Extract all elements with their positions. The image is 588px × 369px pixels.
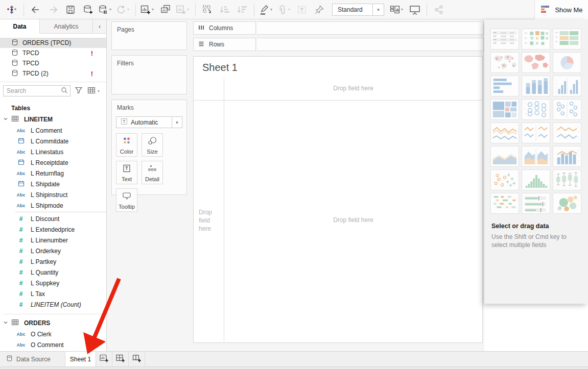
pages-card[interactable]: Pages bbox=[111, 21, 187, 50]
field-item[interactable]: AbcL Returnflag bbox=[0, 168, 106, 179]
show-me-chart-dual-combination[interactable] bbox=[553, 146, 581, 167]
clear-sheet-button[interactable]: ▾ bbox=[175, 2, 191, 17]
show-me-chart-filled-map[interactable] bbox=[522, 52, 550, 73]
field-item[interactable]: #L Quantity bbox=[0, 267, 106, 278]
field-item[interactable]: AbcO Comment bbox=[0, 339, 106, 350]
show-me-chart-continuous-area[interactable] bbox=[490, 146, 519, 167]
show-me-chart-discrete-area[interactable] bbox=[522, 146, 550, 167]
table-group-header[interactable]: ORDERS bbox=[0, 317, 106, 329]
new-datasource-button[interactable] bbox=[80, 2, 96, 17]
show-me-chart-symbol-map[interactable] bbox=[490, 52, 519, 73]
save-button[interactable] bbox=[63, 2, 78, 17]
show-me-chart-text-table[interactable] bbox=[490, 29, 519, 50]
color-button[interactable]: Color bbox=[116, 133, 137, 157]
field-item[interactable]: #L Discount bbox=[0, 213, 106, 224]
field-item[interactable]: L Commitdate bbox=[0, 136, 106, 146]
field-item[interactable]: #L Partkey bbox=[0, 256, 106, 267]
drop-zone-columns[interactable]: Drop field here bbox=[224, 85, 482, 92]
show-me-chart-scatter-plot[interactable] bbox=[490, 169, 519, 190]
fix-axes-button[interactable] bbox=[312, 2, 327, 17]
drop-zone-rows[interactable]: Drop field here bbox=[199, 208, 221, 233]
refresh-button[interactable]: ▾ bbox=[115, 2, 131, 17]
chevron-down-icon[interactable] bbox=[3, 116, 8, 123]
show-me-chart-heat-map[interactable] bbox=[522, 29, 550, 50]
show-hide-cards-button[interactable]: ▾ bbox=[389, 2, 405, 17]
sheet-canvas[interactable]: Sheet 1 Drop field here Drop field here … bbox=[193, 56, 483, 343]
chevron-down-icon[interactable]: ▾ bbox=[372, 4, 384, 15]
show-me-chart-packed-bubbles[interactable] bbox=[553, 193, 581, 214]
sort-descending-button[interactable] bbox=[234, 2, 250, 17]
field-item[interactable]: #L Suppkey bbox=[0, 278, 106, 288]
rows-well[interactable] bbox=[257, 38, 484, 51]
view-options-button[interactable]: ▾ bbox=[87, 87, 102, 95]
chevron-down-icon[interactable] bbox=[3, 319, 8, 327]
new-dashboard-button[interactable] bbox=[112, 352, 129, 366]
filters-card[interactable]: Filters bbox=[111, 55, 187, 94]
caret-icon[interactable]: ▾ bbox=[127, 7, 131, 12]
show-me-chart-treemap[interactable] bbox=[490, 99, 519, 120]
search-input[interactable]: Search bbox=[3, 85, 70, 96]
table-group-header[interactable]: LINEITEM bbox=[0, 114, 106, 125]
show-me-chart-highlight-table[interactable] bbox=[553, 29, 581, 50]
detail-button[interactable]: Detail bbox=[142, 161, 163, 184]
columns-well[interactable] bbox=[257, 21, 484, 35]
text-button[interactable]: Text bbox=[116, 161, 137, 184]
caret-icon[interactable]: ▾ bbox=[270, 7, 274, 12]
field-item[interactable]: AbcO Clerk bbox=[0, 329, 106, 339]
show-me-chart-box-and-whisker[interactable] bbox=[553, 169, 581, 190]
filter-fields-icon[interactable] bbox=[75, 86, 83, 96]
new-story-button[interactable] bbox=[129, 352, 145, 366]
redo-button[interactable] bbox=[45, 2, 61, 17]
fit-selector[interactable]: Standard ▾ bbox=[332, 4, 384, 16]
show-me-chart-bullet-graph[interactable] bbox=[522, 193, 550, 214]
caret-icon[interactable]: ▾ bbox=[288, 7, 292, 12]
caret-icon[interactable]: ▾ bbox=[109, 7, 113, 12]
datasource-item[interactable]: TPCD (2)! bbox=[0, 68, 106, 79]
datasource-item[interactable]: ORDERS (TPCD) bbox=[0, 38, 106, 48]
show-me-chart-side-by-side-bars[interactable] bbox=[553, 76, 581, 96]
presentation-mode-button[interactable] bbox=[407, 2, 422, 17]
size-button[interactable]: Size bbox=[142, 133, 163, 157]
highlight-button[interactable]: ▾ bbox=[258, 2, 274, 17]
datasource-item[interactable]: TPCD bbox=[0, 58, 106, 68]
field-item[interactable]: AbcL Shipinstruct bbox=[0, 189, 106, 200]
pause-updates-button[interactable]: ▾ bbox=[98, 2, 113, 17]
show-me-chart-gantt[interactable] bbox=[490, 193, 519, 214]
show-me-chart-side-by-side-circles[interactable] bbox=[553, 99, 581, 120]
field-item[interactable]: L Shipdate bbox=[0, 179, 106, 189]
caret-icon[interactable]: ▾ bbox=[152, 7, 156, 12]
field-item[interactable]: L Receiptdate bbox=[0, 157, 106, 168]
duplicate-sheet-button[interactable] bbox=[158, 2, 173, 17]
show-mark-labels-button[interactable] bbox=[294, 2, 310, 17]
tooltip-button[interactable]: Tooltip bbox=[116, 188, 137, 212]
show-me-chart-horizontal-bars[interactable] bbox=[490, 76, 519, 96]
field-item[interactable]: #L Tax bbox=[0, 288, 106, 299]
group-members-button[interactable]: ▾ bbox=[276, 2, 292, 17]
columns-shelf[interactable]: Columns bbox=[193, 21, 484, 35]
field-item[interactable]: AbcL Shipmode bbox=[0, 200, 106, 211]
collapse-pane-icon[interactable]: ‹ bbox=[93, 19, 106, 33]
show-me-chart-discrete-lines[interactable] bbox=[522, 122, 550, 143]
undo-button[interactable] bbox=[28, 2, 43, 17]
swap-axes-button[interactable] bbox=[200, 2, 215, 17]
field-item[interactable]: AbcL Linestatus bbox=[0, 146, 106, 157]
show-me-chart-stacked-bars[interactable] bbox=[522, 76, 550, 96]
caret-icon[interactable]: ▾ bbox=[187, 7, 191, 12]
field-item[interactable]: #LINEITEM (Count) bbox=[0, 299, 106, 310]
sort-ascending-button[interactable] bbox=[217, 2, 232, 17]
tab-sheet-1[interactable]: Sheet 1 bbox=[65, 352, 96, 366]
field-item[interactable]: #L Orderkey bbox=[0, 245, 106, 256]
mark-type-dropdown[interactable]: Automatic ▾ bbox=[116, 116, 182, 128]
rows-shelf[interactable]: Rows bbox=[193, 38, 484, 51]
new-worksheet-button[interactable]: ▾ bbox=[140, 2, 156, 17]
field-item[interactable]: AbcL Comment bbox=[0, 125, 106, 136]
chevron-down-icon[interactable]: ▾ bbox=[172, 117, 182, 128]
tab-data-source[interactable]: Data Source bbox=[0, 352, 65, 366]
tab-data[interactable]: Data bbox=[0, 19, 40, 34]
field-item[interactable]: #L Linenumber bbox=[0, 235, 106, 245]
datasource-item[interactable]: TPCD! bbox=[0, 48, 106, 58]
drop-zone-main[interactable]: Drop field here bbox=[224, 216, 482, 224]
tab-analytics[interactable]: Analytics bbox=[40, 19, 93, 33]
show-me-chart-circle-views[interactable] bbox=[522, 99, 550, 120]
share-button[interactable] bbox=[431, 2, 446, 17]
